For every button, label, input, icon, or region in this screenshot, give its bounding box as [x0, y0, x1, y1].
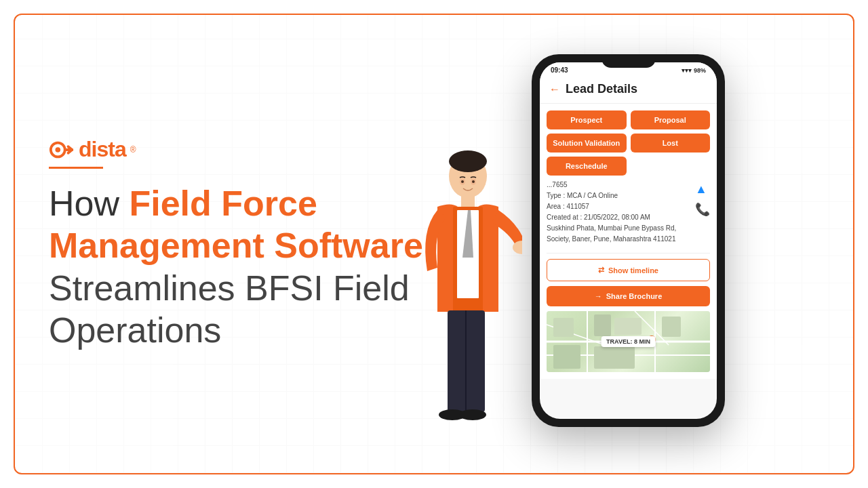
- headline-field-force: Field Force: [129, 184, 317, 223]
- headline-how: How: [49, 184, 129, 223]
- status-buttons-grid: Prospect Proposal Solution Validation Lo…: [547, 110, 710, 176]
- svg-point-20: [461, 180, 464, 183]
- svg-point-1: [56, 147, 61, 152]
- lead-area: Area : 411057: [547, 201, 695, 212]
- battery-text: 98%: [694, 67, 706, 74]
- headline-operations: Operations: [49, 310, 221, 350]
- headline-streamlines: Streamlines BFSI Field: [49, 268, 410, 308]
- svg-rect-32: [553, 345, 580, 369]
- location-icon[interactable]: ▲: [695, 182, 710, 197]
- screen-title: Lead Details: [566, 82, 637, 96]
- headline-line3: Streamlines BFSI Field: [49, 267, 427, 309]
- lead-id: ...7655: [547, 180, 695, 190]
- phone-frame: 09:43 ▾▾▾ 98% ← Lead Details: [532, 54, 725, 427]
- proposal-button[interactable]: Proposal: [631, 110, 711, 129]
- svg-rect-33: [594, 346, 635, 369]
- person-illustration: [387, 122, 522, 447]
- svg-point-21: [472, 180, 475, 183]
- show-timeline-button[interactable]: ⇄ Show timeline: [547, 259, 710, 281]
- timeline-icon: ⇄: [598, 266, 604, 274]
- svg-rect-30: [614, 318, 642, 335]
- divider: [547, 253, 710, 253]
- map-area: TRAVEL: 8 MIN: [547, 311, 710, 372]
- logo-container: dista®: [49, 137, 427, 163]
- lead-type: Type : MCA / CA Online: [547, 190, 695, 201]
- page-container: dista® How Field Force Management Softwa…: [14, 14, 854, 474]
- right-section: 09:43 ▾▾▾ 98% ← Lead Details: [441, 54, 819, 434]
- svg-point-17: [459, 409, 486, 420]
- headline-line4: Operations: [49, 309, 427, 351]
- lead-info: ...7655 Type : MCA / CA Online Area : 41…: [547, 180, 695, 245]
- svg-point-13: [513, 241, 522, 254]
- wifi-icon: ▾▾▾: [682, 67, 692, 74]
- lead-created: Created at : 21/05/2022, 08:00 AM: [547, 212, 695, 223]
- logo-reg: ®: [130, 145, 136, 155]
- headline: How Field Force Management Software Stre…: [49, 182, 427, 352]
- svg-rect-7: [461, 195, 475, 207]
- solution-validation-button[interactable]: Solution Validation: [547, 134, 627, 152]
- travel-badge: TRAVEL: 8 MIN: [601, 336, 656, 347]
- headline-line2: Management Software: [49, 224, 427, 266]
- show-timeline-label: Show timeline: [608, 266, 658, 274]
- left-section: dista® How Field Force Management Softwa…: [49, 137, 441, 352]
- phone-mockup: 09:43 ▾▾▾ 98% ← Lead Details: [532, 54, 728, 434]
- logo-text: dista: [79, 137, 126, 162]
- logo-area: dista®: [49, 137, 427, 169]
- reschedule-button[interactable]: Reschedule: [547, 157, 627, 176]
- svg-rect-29: [594, 314, 611, 336]
- person-svg: [387, 122, 522, 447]
- share-brochure-button[interactable]: → Share Brochure: [547, 286, 710, 306]
- phone-notch: [601, 54, 656, 68]
- svg-rect-31: [662, 317, 681, 337]
- status-right: ▾▾▾ 98%: [682, 67, 706, 74]
- map-placeholder: TRAVEL: 8 MIN: [547, 311, 710, 372]
- phone-call-icon[interactable]: 📞: [695, 202, 710, 217]
- headline-line1: How Field Force: [49, 182, 427, 224]
- headline-management-software: Management Software: [49, 226, 423, 265]
- lost-button[interactable]: Lost: [631, 134, 711, 152]
- status-time: 09:43: [551, 66, 568, 74]
- svg-point-6: [449, 150, 487, 172]
- back-button[interactable]: ←: [549, 83, 560, 96]
- prospect-button[interactable]: Prospect: [547, 110, 627, 129]
- phone-body: Prospect Proposal Solution Validation Lo…: [540, 104, 717, 379]
- phone-header: ← Lead Details: [540, 77, 717, 104]
- share-brochure-label: Share Brochure: [606, 292, 663, 300]
- phone-screen: 09:43 ▾▾▾ 98% ← Lead Details: [540, 62, 717, 419]
- lead-action-icons: ▲ 📞: [695, 180, 710, 217]
- lead-info-row-wrapper: ...7655 Type : MCA / CA Online Area : 41…: [547, 180, 710, 250]
- svg-rect-28: [553, 318, 574, 337]
- dista-logo-icon: [49, 137, 75, 163]
- logo-underline: [49, 167, 103, 169]
- lead-address: Suskhind Phata, Mumbai Pune Bypass Rd, S…: [547, 223, 695, 245]
- share-icon: →: [595, 292, 602, 300]
